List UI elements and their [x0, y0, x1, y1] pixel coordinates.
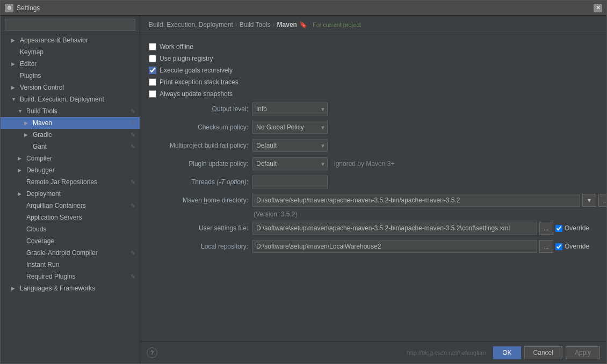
plugin-update-label: Plugin update policy:	[149, 160, 248, 168]
maven-home-input[interactable]	[252, 194, 580, 207]
search-box	[1, 16, 140, 34]
sidebar-item-gradle[interactable]: ▶Gradle✎	[1, 129, 140, 141]
arrow-icon: ▶	[11, 85, 18, 90]
sidebar-item-label: Arquillian Containers	[26, 202, 128, 209]
sidebar-item-plugins[interactable]: Plugins	[1, 70, 140, 82]
help-button[interactable]: ?	[147, 347, 157, 358]
sidebar-item-label: Coverage	[26, 237, 135, 245]
breadcrumb-icon: 🔖	[299, 21, 307, 28]
sidebar-item-gradle-android[interactable]: Gradle-Android Compiler✎	[1, 247, 140, 259]
sidebar-item-instant-run[interactable]: Instant Run	[1, 259, 140, 271]
title-bar: ⚙ Settings ✕	[1, 1, 606, 16]
sidebar-edit-icon: ✎	[131, 179, 135, 186]
search-input[interactable]	[5, 19, 135, 31]
sidebar-edit-icon: ✎	[131, 132, 135, 139]
sidebar-item-maven[interactable]: ▶Maven✎	[1, 117, 140, 129]
sidebar-item-label: Deployment	[26, 190, 135, 198]
sidebar-edit-icon: ✎	[131, 143, 135, 150]
local-repo-browse-btn[interactable]: ...	[539, 240, 553, 253]
sidebar-item-appearance[interactable]: ▶Appearance & Behavior	[1, 34, 140, 46]
output-level-select[interactable]: Info Debug Warn Error	[252, 103, 328, 115]
checkbox-row-use-plugin-registry: Use plugin registry	[149, 53, 598, 64]
sidebar-item-coverage[interactable]: Coverage	[1, 235, 140, 247]
breadcrumb-current: Maven	[277, 21, 297, 28]
plugin-update-note: ignored by Maven 3+	[334, 160, 394, 168]
output-level-row: Output level: Info Debug Warn Error ▼	[149, 100, 598, 118]
multiproject-select-container: Default Fail At End Fail Fast Never Fail…	[252, 139, 328, 152]
sidebar-item-label: Languages & Frameworks	[20, 285, 135, 292]
ok-button[interactable]: OK	[493, 346, 521, 359]
sidebar-item-label: Instant Run	[26, 261, 135, 268]
sidebar-item-gant[interactable]: Gant✎	[1, 141, 140, 152]
close-button[interactable]: ✕	[594, 4, 602, 12]
checkbox-work-offline[interactable]	[149, 43, 156, 50]
checkbox-row-print-exception-stack-traces: Print exception stack traces	[149, 76, 598, 88]
sidebar-item-keymap[interactable]: Keymap	[1, 46, 140, 58]
arrow-icon: ▼	[18, 108, 24, 114]
arrow-icon: ▶	[18, 156, 24, 161]
maven-home-browse-btn[interactable]: ...	[598, 194, 606, 207]
sidebar-item-compiler[interactable]: ▶Compiler	[1, 152, 140, 164]
breadcrumb-sep-1: ›	[235, 21, 237, 28]
maven-home-label: Maven home directory:	[149, 196, 248, 204]
user-settings-override-checkbox[interactable]	[555, 225, 562, 232]
local-repo-override-label: Override	[565, 243, 589, 250]
checkbox-always-update-snapshots[interactable]	[149, 90, 156, 98]
sidebar-edit-icon: ✎	[131, 120, 135, 127]
sidebar-item-version-control[interactable]: ▶Version Control	[1, 82, 140, 93]
sidebar-item-label: Plugins	[20, 72, 135, 79]
sidebar-item-build-tools[interactable]: ▼Build Tools✎	[1, 105, 140, 117]
sidebar-item-arquillian[interactable]: Arquillian Containers✎	[1, 200, 140, 212]
sidebar-item-remote-jar[interactable]: Remote Jar Repositories✎	[1, 176, 140, 188]
checkbox-execute-goals-recursively[interactable]	[149, 67, 156, 74]
arrow-icon: ▶	[11, 38, 18, 43]
cancel-button[interactable]: Cancel	[524, 346, 562, 359]
checkbox-row-always-update-snapshots: Always update snapshots	[149, 88, 598, 100]
user-settings-override-label: Override	[565, 224, 589, 232]
arrow-icon: ▶	[18, 191, 24, 196]
sidebar-item-required-plugins[interactable]: Required Plugins✎	[1, 271, 140, 282]
sidebar-item-editor[interactable]: ▶Editor	[1, 58, 140, 70]
threads-input[interactable]	[252, 176, 328, 188]
user-settings-label: User settings file:	[149, 224, 248, 232]
settings-form: Work offlineUse plugin registryExecute g…	[140, 34, 606, 341]
sidebar-item-deployment[interactable]: ▶Deployment	[1, 188, 140, 200]
sidebar-item-label: Compiler	[26, 155, 135, 162]
checksum-policy-select[interactable]: No Global Policy Fail Warn Ignore	[252, 121, 328, 134]
checkbox-label-execute-goals-recursively: Execute goals recursively	[160, 67, 233, 74]
user-settings-dir-row: ... Override	[252, 222, 589, 235]
sidebar-item-label: Build Tools	[26, 107, 128, 115]
sidebar-item-app-servers[interactable]: Application Servers	[1, 212, 140, 223]
arrow-icon: ▶	[24, 132, 31, 137]
multiproject-select[interactable]: Default Fail At End Fail Fast Never Fail	[252, 139, 328, 152]
sidebar-item-label: Clouds	[26, 225, 135, 233]
watermark: http://blog.csdn.net/hefenglian	[407, 350, 486, 356]
sidebar-item-label: Required Plugins	[26, 273, 128, 280]
plugin-update-row: Plugin update policy: Default Always Nev…	[149, 155, 598, 173]
local-repo-override-checkbox[interactable]	[555, 243, 562, 250]
apply-button[interactable]: Apply	[566, 346, 600, 359]
user-settings-browse-btn[interactable]: ...	[539, 222, 553, 235]
version-note: (Version: 3.5.2)	[149, 209, 598, 219]
sidebar-item-label: Application Servers	[26, 214, 135, 221]
sidebar-item-label: Debugger	[26, 166, 135, 174]
sidebar-item-debugger[interactable]: ▶Debugger	[1, 164, 140, 176]
checkbox-print-exception-stack-traces[interactable]	[149, 78, 156, 86]
sidebar-item-clouds[interactable]: Clouds	[1, 223, 140, 235]
maven-home-dropdown-btn[interactable]: ▼	[582, 194, 596, 207]
checksum-policy-select-container: No Global Policy Fail Warn Ignore ▼	[252, 121, 328, 134]
checkbox-label-print-exception-stack-traces: Print exception stack traces	[160, 78, 239, 86]
sidebar-item-languages-frameworks[interactable]: ▶Languages & Frameworks	[1, 282, 140, 294]
breadcrumb-sep-2: ›	[273, 21, 275, 28]
user-settings-row: User settings file: ... Override	[149, 219, 598, 237]
user-settings-input[interactable]	[252, 222, 537, 235]
sidebar-item-build-execution-deployment[interactable]: ▼Build, Execution, Deployment	[1, 93, 140, 105]
main-content: ▶Appearance & BehaviorKeymap▶EditorPlugi…	[1, 16, 606, 363]
breadcrumb: Build, Execution, Deployment › Build Too…	[140, 16, 606, 34]
plugin-update-select[interactable]: Default Always Never Daily	[252, 157, 328, 170]
checksum-policy-label: Checksum policy:	[149, 123, 248, 131]
nav-list: ▶Appearance & BehaviorKeymap▶EditorPlugi…	[1, 34, 140, 294]
breadcrumb-part-2: Build Tools	[240, 21, 271, 28]
checkbox-use-plugin-registry[interactable]	[149, 55, 156, 62]
local-repo-input[interactable]	[252, 240, 537, 253]
